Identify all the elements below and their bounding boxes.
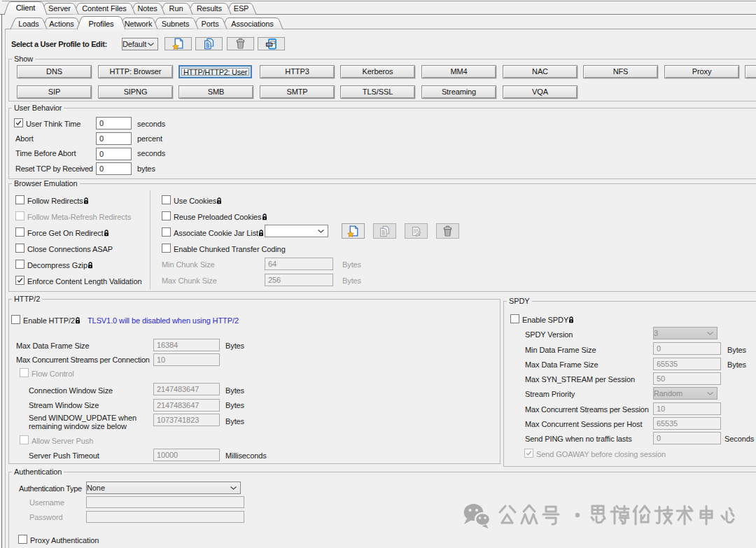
svg-text:Server: Server <box>48 4 71 13</box>
svg-text:Actions: Actions <box>49 20 74 28</box>
svg-text:Content Files: Content Files <box>82 4 127 13</box>
svg-text:Subnets: Subnets <box>162 20 190 28</box>
svg-text:Client: Client <box>16 3 36 12</box>
svg-text:ESP: ESP <box>234 4 249 13</box>
svg-text:Results: Results <box>197 4 223 13</box>
svg-text:Notes: Notes <box>137 4 158 13</box>
svg-text:Ports: Ports <box>201 20 219 28</box>
svg-text:Associations: Associations <box>231 20 274 28</box>
svg-text:Run: Run <box>169 4 183 13</box>
svg-text:Network: Network <box>125 20 153 28</box>
svg-text:Loads: Loads <box>18 20 39 28</box>
svg-text:Profiles: Profiles <box>89 20 114 28</box>
